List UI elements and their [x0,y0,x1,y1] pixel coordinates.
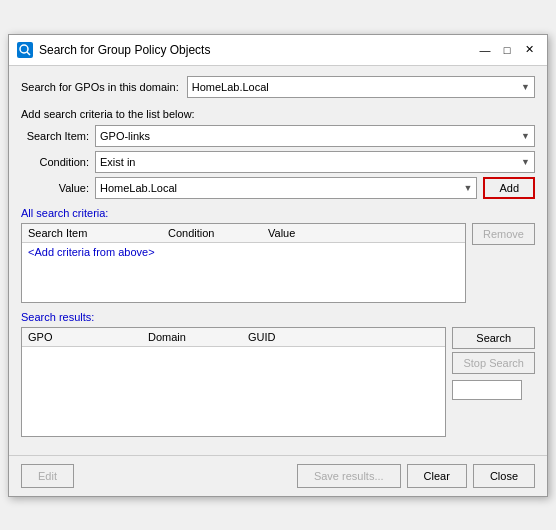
content-area: Search for GPOs in this domain: HomeLab.… [9,66,547,455]
results-table: GPO Domain GUID [21,327,446,437]
all-criteria-label: All search criteria: [21,207,535,219]
results-buttons: Search Stop Search [452,327,535,437]
results-col-gpo: GPO [26,330,146,344]
save-results-button[interactable]: Save results... [297,464,401,488]
criteria-table-header: Search Item Condition Value [22,224,465,243]
footer-spacer [80,464,291,488]
svg-line-1 [27,52,30,55]
results-table-header: GPO Domain GUID [22,328,445,347]
criteria-section: Add search criteria to the list below: S… [21,108,535,199]
domain-combo[interactable]: HomeLab.Local ▼ [187,76,535,98]
value-combo[interactable]: HomeLab.Local ▼ [95,177,477,199]
condition-value: Exist in [100,156,135,168]
criteria-col-value: Value [266,226,461,240]
value-field-value: HomeLab.Local [100,182,177,194]
window-title: Search for Group Policy Objects [39,43,210,57]
criteria-section-label: Add search criteria to the list below: [21,108,535,120]
criteria-buttons: Remove [472,223,535,303]
domain-label: Search for GPOs in this domain: [21,81,179,93]
domain-dropdown-arrow: ▼ [521,82,530,92]
criteria-area: Search Item Condition Value <Add criteri… [21,223,535,303]
search-item-combo[interactable]: GPO-links ▼ [95,125,535,147]
criteria-table-body: <Add criteria from above> [22,243,465,261]
domain-value: HomeLab.Local [192,81,269,93]
value-dropdown-arrow: ▼ [464,183,473,193]
condition-arrow: ▼ [521,157,530,167]
title-buttons: — □ ✕ [475,41,539,59]
domain-row: Search for GPOs in this domain: HomeLab.… [21,76,535,98]
stop-search-button[interactable]: Stop Search [452,352,535,374]
title-bar-left: Search for Group Policy Objects [17,42,210,58]
remove-button[interactable]: Remove [472,223,535,245]
clear-button[interactable]: Clear [407,464,467,488]
value-label: Value: [21,182,89,194]
window-icon [17,42,33,58]
criteria-col-condition: Condition [166,226,266,240]
condition-row: Condition: Exist in ▼ [21,151,535,173]
close-button[interactable]: Close [473,464,535,488]
search-button[interactable]: Search [452,327,535,349]
condition-combo[interactable]: Exist in ▼ [95,151,535,173]
results-col-domain: Domain [146,330,246,344]
maximize-button[interactable]: □ [497,41,517,59]
results-area: GPO Domain GUID Search Stop Search [21,327,535,437]
svg-point-0 [20,45,28,53]
results-label: Search results: [21,311,535,323]
add-criteria-hint[interactable]: <Add criteria from above> [26,244,157,260]
all-criteria-section: All search criteria: Search Item Conditi… [21,207,535,303]
value-row: Value: HomeLab.Local ▼ Add [21,177,535,199]
results-col-guid: GUID [246,330,441,344]
footer: Edit Save results... Clear Close [9,455,547,496]
search-item-value: GPO-links [100,130,150,142]
search-item-label: Search Item: [21,130,89,142]
criteria-table: Search Item Condition Value <Add criteri… [21,223,466,303]
edit-button[interactable]: Edit [21,464,74,488]
title-bar: Search for Group Policy Objects — □ ✕ [9,35,547,66]
close-window-button[interactable]: ✕ [519,41,539,59]
search-item-row: Search Item: GPO-links ▼ [21,125,535,147]
minimize-button[interactable]: — [475,41,495,59]
criteria-col-search-item: Search Item [26,226,166,240]
condition-label: Condition: [21,156,89,168]
main-window: Search for Group Policy Objects — □ ✕ Se… [8,34,548,497]
add-button[interactable]: Add [483,177,535,199]
results-section: Search results: GPO Domain GUID Search S… [21,311,535,437]
progress-bar [452,380,522,400]
search-item-arrow: ▼ [521,131,530,141]
